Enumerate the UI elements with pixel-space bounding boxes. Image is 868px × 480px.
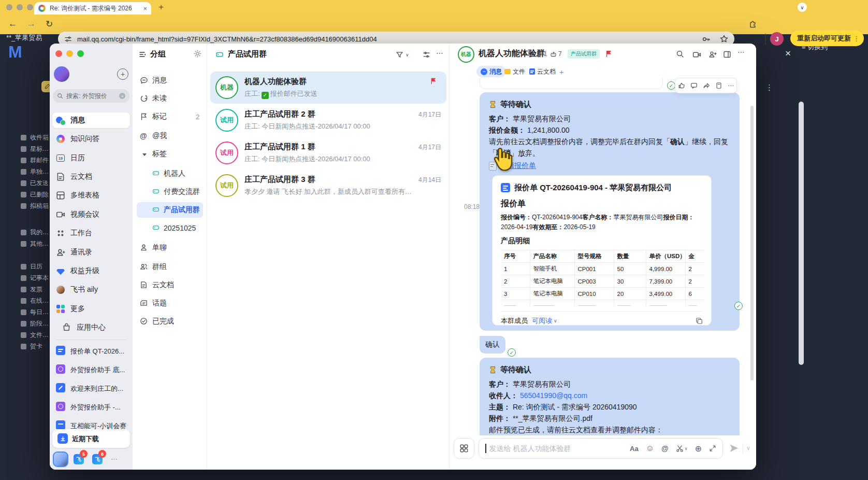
- browser-tab[interactable]: Re: 询价测试 - 需求编号 2026 ×: [34, 2, 151, 15]
- group-item-topics[interactable]: 话题: [133, 295, 207, 311]
- message-input[interactable]: [488, 444, 623, 453]
- page-scrollbar[interactable]: [799, 102, 804, 365]
- app-zoom-button[interactable]: [77, 50, 84, 57]
- group-item-labels[interactable]: 标签: [133, 146, 207, 162]
- filter-funnel-icon[interactable]: [396, 51, 403, 59]
- list-item[interactable]: 收件箱: [21, 132, 50, 143]
- chat-tag[interactable]: 产品试用群: [568, 49, 600, 59]
- sidebar-item-app-center[interactable]: 应用中心: [50, 320, 133, 335]
- video-call-icon[interactable]: [692, 50, 701, 59]
- pin-icon[interactable]: [715, 82, 722, 89]
- list-item[interactable]: 其他邮箱: [21, 238, 50, 249]
- flag-icon[interactable]: [605, 50, 613, 60]
- update-button[interactable]: 重新启动即可更新 ⋮: [790, 31, 864, 46]
- chat-list-item-trial-1[interactable]: 试用 庄工产品试用群 1 群 庄工: 今日新闻热点推送-2026/04/17 0…: [207, 137, 450, 170]
- message-composer[interactable]: Aa ☺ @ ∨ ⊕: [479, 438, 723, 459]
- clear-search-icon[interactable]: ×: [119, 93, 125, 99]
- bot-count[interactable]: 7: [550, 50, 562, 58]
- thumbs-up-icon[interactable]: [678, 82, 685, 89]
- sidebar-item-docs[interactable]: 云文档: [50, 169, 133, 185]
- list-item[interactable]: 我的文件夹: [21, 227, 50, 238]
- list-item[interactable]: 记事本: [21, 272, 50, 284]
- attach-plus-icon[interactable]: ⊕: [695, 444, 702, 454]
- group-item-messages[interactable]: 消息: [133, 73, 207, 88]
- group-item-done[interactable]: 已完成: [133, 314, 207, 329]
- reload-button[interactable]: ↻: [46, 19, 53, 30]
- sidebar-item-messages[interactable]: 消息: [50, 112, 133, 128]
- bookmark-star-icon[interactable]: [720, 35, 728, 43]
- tab-search-chevron[interactable]: ∨: [798, 3, 807, 12]
- list-item[interactable]: 已发送: [21, 177, 50, 189]
- sidebar-item-calendar[interactable]: 19 日历: [50, 150, 133, 166]
- tab-close-icon[interactable]: ×: [143, 5, 147, 12]
- list-item[interactable]: 单独窗口: [21, 166, 50, 177]
- chat-scrollbar[interactable]: [750, 106, 754, 380]
- list-item[interactable]: 拟稿箱: [21, 200, 50, 211]
- tab-files[interactable]: 文件: [504, 66, 525, 77]
- comment-icon[interactable]: [690, 82, 698, 89]
- add-button[interactable]: +: [117, 68, 128, 80]
- sidebar-item-video[interactable]: 视频会议: [50, 207, 133, 222]
- app-grid-button[interactable]: [454, 438, 474, 459]
- chat-list-item-trial-3[interactable]: 试用 庄工产品试用群 3 群 孝夕夕 邀请 飞长好 加入此群，新成员入群可查看所…: [207, 170, 450, 202]
- sort-sliders-icon[interactable]: [423, 51, 430, 59]
- list-item[interactable]: 日历: [21, 261, 50, 272]
- window-close-button[interactable]: [6, 4, 12, 10]
- list-item[interactable]: 每日悦读: [21, 306, 50, 318]
- list-item[interactable]: 阶段邮件: [21, 318, 50, 329]
- recent-downloads[interactable]: 近期下载: [52, 429, 130, 448]
- more-vertical-icon[interactable]: ⋮: [765, 83, 773, 92]
- chat-list-item-robot-group[interactable]: 机器 机器人功能体验群 庄工:✓报价邮件已发送: [207, 72, 450, 104]
- more-icon[interactable]: ⋯: [436, 49, 443, 57]
- email-link[interactable]: 565041990@qq.com: [520, 391, 587, 400]
- group-item-single-chat[interactable]: 单聊: [133, 240, 207, 256]
- emoji-icon[interactable]: ☺: [646, 444, 654, 453]
- list-item[interactable]: 在线文档: [21, 295, 50, 306]
- app-close-button[interactable]: [55, 50, 62, 57]
- window-zoom-button[interactable]: [27, 4, 33, 10]
- pinned-doc-assistant2[interactable]: 外贸报价助手 -...: [50, 400, 133, 413]
- forward-button[interactable]: →: [27, 19, 36, 29]
- group-item-unread[interactable]: 未读: [133, 91, 207, 106]
- list-item[interactable]: 贺卡: [21, 341, 50, 352]
- gear-icon[interactable]: [194, 50, 201, 58]
- sidebar-item-aily[interactable]: 飞书 aily: [50, 282, 133, 298]
- dock-avatar[interactable]: [53, 451, 68, 467]
- sidebar-item-workbench[interactable]: 工作台: [50, 225, 133, 241]
- tag-item-20251025[interactable]: 20251025: [133, 220, 207, 236]
- add-member-icon[interactable]: [708, 50, 717, 59]
- pinned-doc-welcome[interactable]: 欢迎来到庄工的...: [50, 382, 133, 394]
- group-item-mentions[interactable]: @@我: [133, 128, 207, 144]
- permission-level-dropdown[interactable]: 可阅读∨: [532, 316, 557, 326]
- chat-list-item-trial-2[interactable]: 试用 庄工产品试用群 2 群 庄工: 今日新闻热点推送-2026/04/17 0…: [207, 104, 450, 137]
- search-icon[interactable]: [676, 50, 684, 58]
- dock-more-icon[interactable]: ⋯: [111, 455, 118, 463]
- tab-docs[interactable]: 云文档: [529, 66, 556, 77]
- tab-messages[interactable]: 消息: [476, 66, 506, 77]
- new-tab-button[interactable]: +: [158, 2, 164, 12]
- back-button[interactable]: ←: [8, 19, 17, 29]
- profile-avatar[interactable]: J: [770, 32, 784, 46]
- group-item-groups[interactable]: 群组: [133, 259, 207, 275]
- site-settings-icon[interactable]: [64, 35, 72, 43]
- extensions-icon[interactable]: [749, 20, 757, 29]
- search-input[interactable]: 搜索: 外贸报价 ×: [53, 89, 129, 103]
- list-item[interactable]: 发票: [21, 284, 50, 295]
- forward-icon[interactable]: [703, 82, 710, 89]
- user-avatar[interactable]: [54, 66, 69, 82]
- close-icon[interactable]: ×: [785, 48, 791, 59]
- copy-icon[interactable]: [696, 317, 703, 324]
- sidebar-item-knowledge[interactable]: 知识问答: [50, 131, 133, 147]
- tag-item-robot[interactable]: 机器人: [133, 166, 207, 181]
- pinned-doc-assistant[interactable]: 外贸报价助手 底...: [50, 363, 133, 375]
- send-options-chevron[interactable]: ∨: [746, 445, 750, 451]
- pinned-doc-partial[interactable]: 互相能可-小训会赛: [50, 419, 133, 430]
- sidebar-item-base[interactable]: 多维表格: [50, 188, 133, 203]
- more-icon[interactable]: ⋯: [728, 82, 734, 89]
- list-item[interactable]: 星标邮件: [21, 143, 50, 154]
- sidebar-item-contacts[interactable]: 通讯录: [50, 245, 133, 260]
- group-item-flagged[interactable]: 标记2: [133, 109, 207, 124]
- font-style-icon[interactable]: Aa: [630, 445, 639, 453]
- more-icon[interactable]: ⋯: [737, 48, 745, 56]
- window-minimize-button[interactable]: [17, 4, 23, 10]
